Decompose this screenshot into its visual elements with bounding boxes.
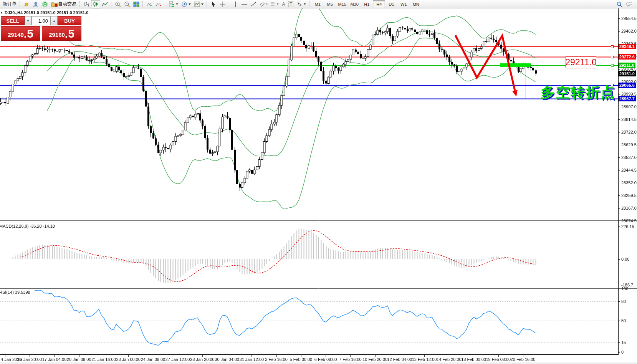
timeframe-d1[interactable]: D1 — [385, 0, 397, 8]
timeframe-h1[interactable]: H1 — [361, 0, 373, 8]
zoom-out-button[interactable] — [122, 0, 132, 8]
price-axis-tick: 28907.0 — [621, 104, 637, 109]
text-label-button[interactable]: T — [287, 0, 295, 8]
timeframe-m1[interactable]: M1 — [311, 0, 324, 8]
chart-canvas[interactable] — [0, 0, 637, 364]
autoscroll-icon — [146, 1, 152, 7]
cursor-icon — [210, 1, 217, 7]
volume-increase-button[interactable]: ▲ — [51, 16, 58, 25]
spin-down-icon: ▼ — [26, 19, 30, 23]
channel-letter: E — [266, 2, 268, 6]
time-axis-label: 14 Feb 20:00 — [437, 357, 462, 362]
volume-decrease-button[interactable]: ▼ — [25, 16, 31, 25]
buy-price-display[interactable]: 29160.5 — [42, 26, 81, 41]
toolbar-separator — [142, 1, 143, 7]
timeframe-m15[interactable]: M15 — [336, 0, 348, 8]
channel-button[interactable]: E — [258, 0, 269, 8]
line-handle[interactable] — [611, 45, 614, 48]
new-chart-button[interactable] — [22, 0, 31, 8]
timeframe-m30[interactable]: M30 — [348, 0, 361, 8]
crosshair-icon — [220, 1, 226, 7]
text-icon: A — [282, 1, 285, 7]
bid-price-label: 29151.0 — [619, 71, 636, 76]
time-axis-label: 12 Feb 04:00 — [387, 357, 412, 362]
arrows-dropdown-caret — [304, 3, 306, 5]
volume-value: 1.00 — [38, 18, 48, 24]
time-axis-label: 19 Feb 08:00 — [486, 357, 511, 362]
periods-button[interactable] — [180, 0, 192, 8]
toolbar-separator — [165, 1, 165, 7]
sell-button[interactable]: SELL — [1, 16, 25, 25]
time-axis-label: 20 Jan 08:00 — [67, 357, 91, 362]
zoom-out-icon — [124, 1, 130, 7]
line-handle[interactable] — [611, 56, 614, 58]
channel-icon — [260, 1, 266, 7]
buy-button[interactable]: BUY — [58, 16, 81, 25]
timeframe-w1[interactable]: W1 — [397, 0, 410, 8]
one-click-toggle-icon[interactable]: ▴ — [1, 10, 3, 14]
crosshair-button[interactable] — [218, 0, 227, 8]
templates-dropdown-caret — [201, 3, 204, 5]
bar-chart-button[interactable] — [82, 0, 91, 8]
rsi-label: RSI(14) 39.5398 — [0, 290, 30, 295]
line-handle[interactable] — [611, 64, 614, 67]
chat-button[interactable] — [624, 0, 634, 8]
profiles-button[interactable] — [31, 0, 40, 8]
trendline-button[interactable] — [249, 0, 258, 8]
bottom-strip — [0, 362, 637, 364]
chart-shift-button[interactable] — [154, 0, 163, 8]
candlestick-chart-button[interactable] — [91, 0, 100, 8]
zoom-in-button[interactable] — [113, 0, 122, 8]
autoscroll-button[interactable] — [145, 0, 154, 8]
toolbar-separator — [111, 1, 112, 7]
hline-price-label: 29348.1 — [619, 44, 636, 49]
autotrading-button[interactable]: 自动交易 — [50, 0, 78, 8]
price-axis-tick: 28814.5 — [621, 117, 637, 122]
vertical-line-button[interactable] — [231, 0, 240, 8]
hline-price-label: 29065.6 — [619, 83, 636, 88]
text-button[interactable]: A — [280, 0, 287, 8]
timeframe-mn[interactable]: MN — [410, 0, 422, 8]
periods-dropdown-caret — [189, 3, 191, 5]
price-axis-tick: 28167.0 — [621, 206, 637, 210]
arrows-button[interactable] — [295, 0, 308, 8]
price-callout-label[interactable]: 29211.0 — [566, 56, 596, 68]
new-order-label: 新订单 — [3, 1, 17, 7]
volume-input[interactable]: 1.00 — [31, 16, 51, 25]
chinese-annotation-text[interactable]: 多空转折点 — [541, 83, 615, 102]
macd-axis-tick: 226.15 — [621, 224, 634, 229]
tile-windows-button[interactable] — [132, 0, 141, 8]
sell-price-display[interactable]: 29149.5 — [1, 26, 40, 41]
templates-icon — [194, 1, 200, 7]
templates-button[interactable] — [192, 0, 205, 8]
rsi-axis-tick: 80 — [621, 299, 626, 304]
time-axis-label: 10 Feb 20:00 — [362, 357, 387, 362]
cursor-button[interactable] — [209, 0, 218, 8]
rsi-axis-tick: 0 — [621, 350, 624, 354]
candlestick-icon — [93, 1, 99, 7]
time-axis-label: 23 Jan 00:00 — [116, 357, 141, 362]
toolbar-separator — [309, 1, 310, 7]
price-axis-tick: 28722.0 — [621, 130, 637, 134]
horizontal-line-button[interactable] — [240, 0, 249, 8]
fibonacci-letter: F — [277, 2, 279, 6]
buy-label: BUY — [64, 18, 74, 24]
price-axis-tick: 28074.5 — [621, 218, 637, 223]
time-axis-label: 31 Jan 12:00 — [240, 357, 264, 362]
sell-price-fraction: .5 — [24, 28, 33, 40]
timeframe-h4[interactable]: H4 — [373, 0, 385, 8]
chart-shift-icon — [156, 1, 162, 7]
search-icon — [616, 1, 622, 7]
fibonacci-button[interactable]: F — [269, 0, 280, 8]
price-axis-tick: 28259.5 — [621, 193, 637, 198]
time-axis-label: 13 Feb 12:00 — [412, 357, 437, 362]
search-button[interactable] — [615, 0, 624, 8]
text-label-icon: T — [288, 1, 293, 7]
timeframe-m5[interactable]: M5 — [324, 0, 336, 8]
line-chart-button[interactable] — [100, 0, 109, 8]
new-order-button[interactable]: 新订单 — [1, 0, 18, 8]
indicators-button[interactable] — [167, 0, 180, 8]
time-axis-label: 20 Feb 16:00 — [511, 357, 536, 362]
signals-button[interactable] — [40, 0, 50, 8]
time-axis-label: 6 Feb 08:00 — [314, 357, 337, 362]
